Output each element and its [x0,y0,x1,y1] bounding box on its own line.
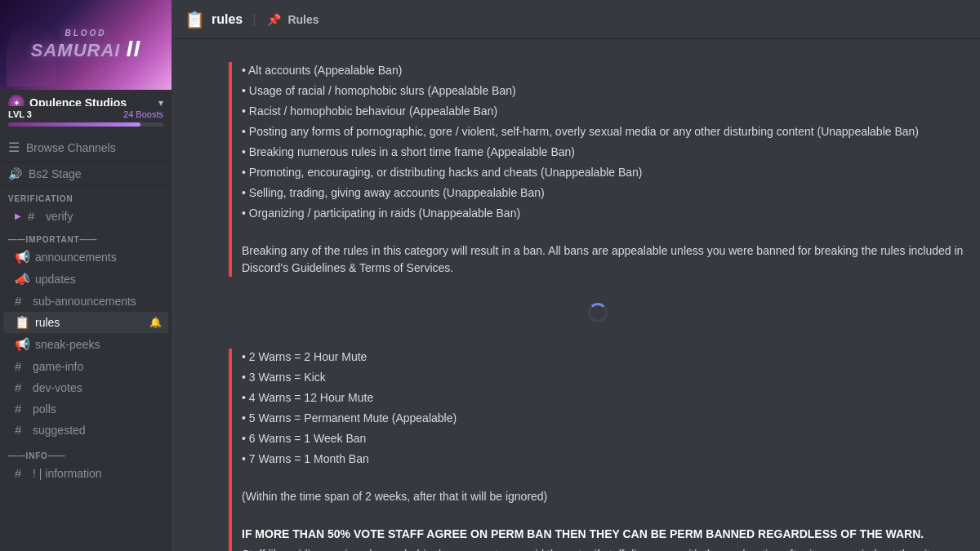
server-chevron-icon: ▾ [158,97,163,106]
browse-channels-item[interactable]: ☰ Browse Channels [0,133,172,162]
channel-verify[interactable]: ▶ # verify [3,206,168,226]
bullet-icon: ▶ [15,211,21,220]
boost-level: LVL 3 24 Boosts [8,109,163,119]
warn-item-0: • 2 Warns = 2 Hour Mute [242,349,967,366]
warn-item-3: • 5 Warns = Permanent Mute (Appealable) [242,410,967,427]
boost-fill [8,122,140,127]
warn-list: • 2 Warns = 2 Hour Mute • 3 Warns = Kick… [242,349,967,551]
channel-sneak-peeks[interactable]: 📢 sneak-peeks [3,334,168,355]
ban-item-2: • Racist / homophobic behaviour (Appeala… [242,103,967,120]
channel-information[interactable]: # ! | information [3,463,168,483]
channel-rules[interactable]: 📋 rules 🔔 [3,312,168,333]
server-name-label: ✦ Opulence Studios [8,95,127,106]
channel-suggested[interactable]: # suggested [3,420,168,440]
exclaim-hash-icon: # [15,466,28,480]
channel-hash-icon: 📋 [185,10,205,29]
sidebar-scroll: ☰ Browse Channels 🔊 Bs2 Stage VERIFICATI… [0,133,172,551]
hash-icon-7: # [15,423,28,437]
warn-section: • 2 Warns = 2 Hour Mute • 3 Warns = Kick… [229,349,967,551]
notification-icon: 🔔 [149,317,162,328]
ban-list: • Alt accounts (Appealable Ban) • Usage … [242,62,967,277]
perm-ban-text: Stuff like raiding, racism, homophobia, … [242,546,967,551]
server-icon: ✦ [8,95,24,106]
perm-ban-bold: IF MORE THAN 50% VOTE STAFF AGREE ON PER… [242,526,967,543]
hash-icon: # [28,209,41,223]
warn-item-1: • 3 Warns = Kick [242,369,967,386]
spinner-animation [588,303,608,322]
category-info: ——INFO—— [0,443,172,462]
channel-updates[interactable]: 📣 updates [3,269,168,290]
bs2-stage-item[interactable]: 🔊 Bs2 Stage [0,162,172,186]
pinned-label: Rules [287,13,318,26]
loading-spinner [229,287,967,339]
channel-sub-announcements[interactable]: # sub-announcements [3,291,168,311]
ban-item-3: • Posting any forms of pornographic, gor… [242,123,967,140]
header-divider: | [252,12,256,27]
hash-icon-2: # [15,294,28,308]
channel-dev-votes[interactable]: # dev-votes [3,377,168,398]
megaphone2-icon: 📣 [15,272,30,287]
category-verification: VERIFICATION [0,186,172,205]
megaphone-icon: 📢 [15,250,30,264]
info-section: ——INFO—— # ! | information [0,443,172,483]
channel-game-info[interactable]: # game-info [3,356,168,376]
channel-polls[interactable]: # polls [3,398,168,419]
hash-icon-4: # [15,359,28,373]
hash-icon-5: # [15,380,28,394]
ban-section: • Alt accounts (Appealable Ban) • Usage … [229,62,967,277]
warn-item-4: • 6 Warns = 1 Week Ban [242,430,967,447]
warn-note: (Within the time span of 2 weeks, after … [242,488,967,505]
hash-icon-6: # [15,402,28,415]
server-name-bar[interactable]: ✦ Opulence Studios ▾ [0,90,172,106]
messages-area[interactable]: • Alt accounts (Appealable Ban) • Usage … [172,39,980,551]
ban-item-7: • Organizing / participating in raids (U… [242,205,967,222]
ban-item-0: • Alt accounts (Appealable Ban) [242,62,967,79]
stage-icon: 🔊 [8,167,22,180]
channel-header: 📋 rules | 📌 Rules [172,0,980,39]
channel-announcements[interactable]: 📢 announcements [3,247,168,268]
warn-item-5: • 7 Warns = 1 Month Ban [242,451,967,468]
rules-hash-icon: 📋 [15,315,30,330]
category-important: ——IMPORTANT—— [0,227,172,246]
ban-item-4: • Breaking numerous rules in a short tim… [242,144,967,161]
warn-item-2: • 4 Warns = 12 Hour Mute [242,389,967,407]
browse-icon: ☰ [8,140,20,155]
hash-icon-3: 📢 [15,337,30,352]
ban-note: Breaking any of the rules in this catego… [242,242,967,277]
ban-item-5: • Promoting, encouraging, or distributin… [242,164,967,181]
ban-item-1: • Usage of racial / homophobic slurs (Ap… [242,82,967,100]
server-header: BLOOD SAMURAI II ✦ Opulence Studios ▾ [0,0,172,106]
channel-header-name: rules [212,12,243,27]
boost-progress-bar [8,122,163,127]
boost-bar: LVL 3 24 Boosts [0,106,172,133]
main-content: 📋 rules | 📌 Rules • Alt accounts (Appeal… [172,0,980,551]
server-banner: BLOOD SAMURAI II [0,0,172,90]
pin-icon: 📌 [267,13,281,26]
sidebar: BLOOD SAMURAI II ✦ Opulence Studios ▾ LV… [0,0,172,551]
ban-item-6: • Selling, trading, giving away accounts… [242,184,967,202]
